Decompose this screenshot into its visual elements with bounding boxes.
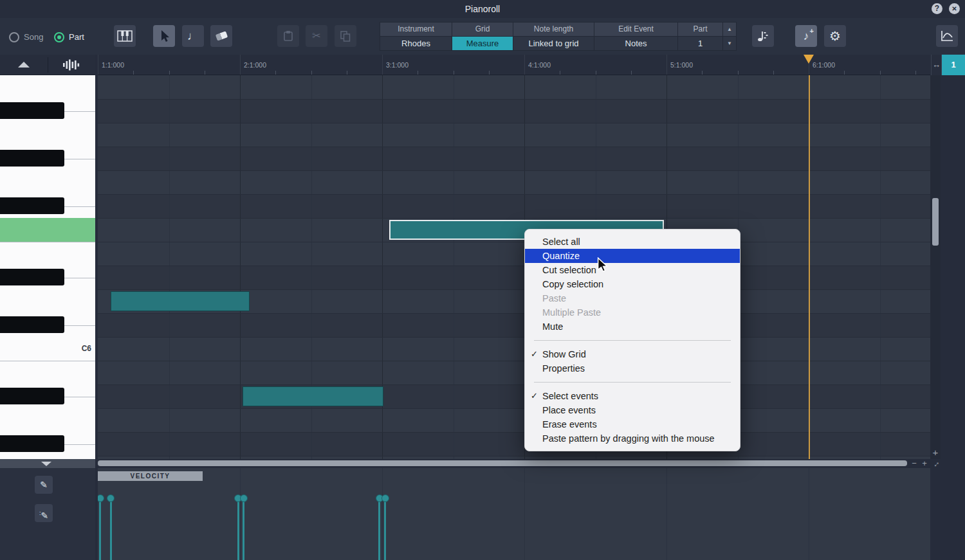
black-key-cap — [0, 269, 64, 285]
keyboard-collapse-button[interactable] — [0, 459, 95, 468]
velocity-stem[interactable] — [110, 498, 112, 560]
piano-key-G6[interactable] — [0, 170, 95, 194]
black-key-cap — [0, 316, 64, 333]
draw-velocity-button[interactable]: ✎ — [35, 476, 53, 494]
copy-button[interactable] — [335, 25, 356, 47]
part-up-button[interactable]: ▲ — [723, 23, 736, 37]
menu-item-select-all[interactable]: Select all — [525, 235, 740, 249]
menu-item-label: Copy selection — [542, 279, 603, 289]
pencil-icon: ✎ — [40, 480, 48, 490]
vertical-scrollbar[interactable]: + — [930, 75, 941, 459]
menu-item-place-events[interactable]: Place events — [525, 403, 740, 417]
piano-key-F6[interactable] — [0, 218, 95, 242]
cursor-arrow-icon — [158, 29, 170, 43]
timeline-ruler[interactable]: 1:1:0002:1:0003:1:0004:1:0005:1:0006:1:0… — [98, 55, 930, 75]
menu-item-paste-pattern-by-dragging-with-the-mouse[interactable]: Paste pattern by dragging with the mouse — [525, 431, 740, 446]
menu-item-erase-events[interactable]: Erase events — [525, 417, 740, 431]
octave-label: C6 — [82, 337, 91, 361]
zoom-in-h-button[interactable]: + — [920, 459, 929, 468]
piano-key-C6[interactable]: C6 — [0, 337, 95, 361]
cut-button[interactable]: ✂ — [306, 25, 327, 47]
piano-key-A6[interactable] — [0, 123, 95, 147]
velocity-handle[interactable] — [381, 494, 389, 502]
piano-key-D6[interactable] — [0, 289, 95, 313]
show-keyboard-button[interactable] — [114, 25, 136, 47]
settings-button[interactable]: ⚙ — [824, 25, 846, 47]
menu-item-label: Multiple Paste — [542, 307, 601, 318]
menu-item-label: Quantize — [542, 251, 580, 261]
piano-key-B6[interactable] — [0, 75, 95, 99]
horizontal-scrollbar[interactable] — [98, 459, 908, 468]
menu-item-paste[interactable]: Paste — [525, 291, 740, 305]
automation-chart-icon — [940, 30, 954, 42]
menu-item-properties[interactable]: Properties — [525, 361, 740, 375]
menu-item-multiple-paste[interactable]: Multiple Paste — [525, 305, 740, 320]
velocity-stem[interactable] — [237, 498, 239, 560]
part-field-value[interactable]: 1 — [678, 37, 723, 50]
velocity-view-button[interactable] — [62, 59, 80, 74]
menu-item-quantize[interactable]: Quantize — [525, 249, 740, 263]
context-menu: Select allQuantizeCut selectionCopy sele… — [524, 229, 740, 451]
midi-note-As5[interactable] — [243, 386, 383, 406]
eraser-tool-button[interactable] — [210, 25, 232, 47]
vertical-scrollbar-thumb[interactable] — [932, 198, 939, 246]
velocity-stem[interactable] — [99, 498, 101, 560]
instrument-field-value[interactable]: Rhodes — [380, 37, 452, 50]
horizontal-scrollbar-thumb[interactable] — [98, 460, 907, 466]
piano-key-E6[interactable] — [0, 242, 95, 266]
quantize-button[interactable] — [752, 25, 774, 47]
expand-view-icon[interactable]: ↔ — [930, 459, 941, 468]
menu-item-label: Select events — [542, 391, 598, 401]
song-radio[interactable]: Song — [9, 31, 43, 42]
pattern-page-indicator[interactable]: 1 — [942, 55, 965, 75]
automation-view-button[interactable] — [936, 25, 958, 47]
eraser-icon — [215, 31, 227, 41]
playhead-marker[interactable] — [804, 55, 814, 64]
part-down-button[interactable]: ▼ — [723, 37, 736, 50]
piano-key-B5[interactable] — [0, 361, 95, 384]
check-icon: ✓ — [531, 389, 540, 403]
midi-note-D6[interactable] — [111, 291, 250, 311]
scroll-up-button[interactable] — [18, 62, 30, 68]
menu-item-select-events[interactable]: ✓Select events — [525, 389, 740, 403]
radio-circle-icon — [9, 32, 19, 42]
close-icon[interactable]: ✕ — [949, 3, 960, 14]
velocity-stem[interactable] — [243, 498, 244, 560]
velocity-ramp-button[interactable]: :✎ — [35, 504, 53, 522]
zoom-in-button[interactable]: + — [930, 447, 941, 458]
note-grid[interactable] — [98, 75, 930, 459]
grid-field-header: Grid — [452, 23, 513, 37]
select-tool-button[interactable] — [153, 25, 175, 47]
waveform-icon — [62, 59, 80, 71]
menu-item-cut-selection[interactable]: Cut selection — [525, 263, 740, 277]
ruler-label: 1:1:000 — [102, 61, 124, 69]
menu-divider — [534, 340, 731, 341]
note-tool-button[interactable]: ♩ — [182, 25, 204, 47]
help-icon[interactable]: ? — [932, 3, 942, 14]
velocity-handle[interactable] — [98, 494, 104, 502]
fit-width-icon[interactable]: ↔ — [931, 55, 942, 75]
menu-item-copy-selection[interactable]: Copy selection — [525, 277, 740, 291]
velocity-lane[interactable]: VELOCITY — [98, 468, 930, 560]
quarter-note-icon: ♩ — [187, 30, 199, 42]
part-radio-label: Part — [69, 32, 84, 42]
edit-event-field-value[interactable]: Notes — [594, 37, 678, 50]
velocity-stem[interactable] — [384, 498, 386, 560]
note-length-field-value[interactable]: Linked to grid — [513, 37, 594, 50]
velocity-stem[interactable] — [378, 498, 380, 560]
paste-button[interactable] — [277, 25, 299, 47]
scissors-icon: ✂ — [312, 31, 320, 41]
ruler-right-controls: ↔ 1 — [930, 55, 965, 75]
menu-item-mute[interactable]: Mute — [525, 320, 740, 334]
menu-item-show-grid[interactable]: ✓Show Grid — [525, 347, 740, 361]
ruler-label: 3:1:000 — [386, 61, 409, 69]
velocity-handle[interactable] — [107, 494, 115, 502]
piano-key-A5[interactable] — [0, 408, 95, 432]
zoom-out-h-button[interactable]: − — [910, 459, 919, 468]
menu-item-label: Erase events — [542, 419, 597, 429]
playhead-line — [809, 75, 810, 459]
add-note-button[interactable]: ♪ + — [795, 25, 817, 47]
part-radio[interactable]: Part — [54, 31, 84, 42]
grid-field-value[interactable]: Measure — [452, 37, 513, 50]
velocity-handle[interactable] — [240, 494, 248, 502]
